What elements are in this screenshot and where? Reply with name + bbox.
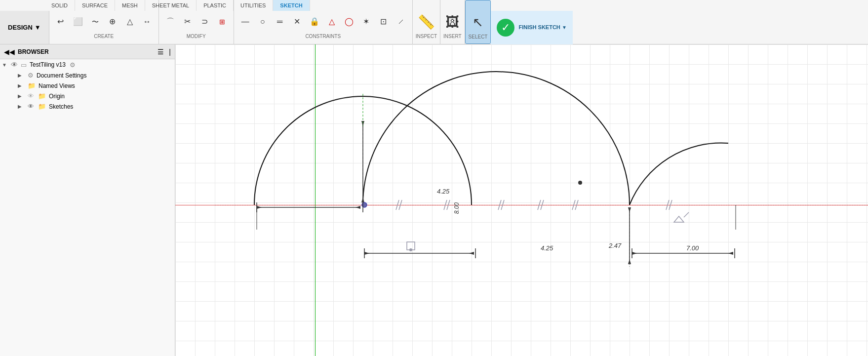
- svg-line-4: [498, 200, 501, 210]
- dimension-icon: ↔: [143, 18, 151, 26]
- constraint-slash-button[interactable]: ⟋: [393, 11, 409, 33]
- tab-sketch[interactable]: SKETCH: [273, 0, 310, 11]
- constraint-slash-icon: ⟋: [397, 18, 405, 26]
- select-cursor-icon: ↖: [473, 15, 483, 30]
- tab-solid[interactable]: SOLID: [44, 0, 75, 11]
- insert-icons: 🖼: [444, 11, 461, 33]
- pattern-tool-button[interactable]: ⊞: [214, 11, 231, 33]
- expand-root-icon: ▼: [2, 62, 9, 68]
- svg-line-1: [399, 200, 402, 210]
- triangle-tool-button[interactable]: △: [121, 11, 138, 33]
- modify-icons: ⌒ ✂ ⊃ ⊞: [162, 11, 231, 33]
- inspect-ruler-button[interactable]: 📏: [418, 11, 434, 33]
- tab-mesh[interactable]: MESH: [115, 0, 145, 11]
- browser-menu-icon[interactable]: ☰: [158, 48, 164, 56]
- finish-sketch-label: FINISH SKETCH ▼: [518, 24, 566, 31]
- dim5-arrow-left: [632, 252, 637, 255]
- dim3-arrow-left: [364, 252, 369, 255]
- constraint-misc1-button[interactable]: ✶: [358, 11, 375, 33]
- browser-panel: ◀◀ BROWSER ☰ | ▼ 👁 ▭ TestTiling v13 ⚙ ▶ …: [0, 44, 175, 356]
- insert-image-button[interactable]: 🖼: [444, 11, 461, 33]
- browser-item-named-views[interactable]: ▶ 📁 Named Views: [0, 80, 175, 91]
- design-label: DESIGN: [8, 24, 33, 31]
- svg-line-5: [501, 200, 504, 210]
- folder-origin-icon: 📁: [38, 92, 46, 100]
- eye-sketches-icon[interactable]: 👁: [28, 103, 34, 110]
- gear-root-icon[interactable]: ⚙: [70, 61, 76, 69]
- svg-line-9: [575, 200, 578, 210]
- constraint-symbol-line: [684, 212, 689, 217]
- spline-tool-button[interactable]: 〜: [87, 11, 104, 33]
- design-button[interactable]: DESIGN ▼: [0, 11, 49, 44]
- browser-item-named-views-label: Named Views: [39, 82, 75, 89]
- line-tool-button[interactable]: ↩: [52, 11, 69, 33]
- create-icons: ↩ ⬜ 〜 ⊕ △ ↔: [52, 11, 156, 33]
- canvas-area[interactable]: 4.25 8.00 4.25 2.47 7.00: [175, 44, 868, 356]
- circle-tool-button[interactable]: ⊕: [104, 11, 121, 33]
- rectangle-tool-button[interactable]: ⬜: [70, 11, 86, 33]
- constraint-bracket-button[interactable]: ⊡: [375, 11, 392, 33]
- browser-pin-icon[interactable]: |: [169, 48, 171, 56]
- sketch-svg: [175, 44, 868, 356]
- constraint-circle-icon: ○: [260, 18, 265, 26]
- constraint-line-button[interactable]: —: [237, 11, 254, 33]
- browser-item-sketches[interactable]: ▶ 👁 📁 Sketches: [0, 101, 175, 112]
- constraint-circle-button[interactable]: ○: [254, 11, 271, 33]
- dim2-label: 8.00: [453, 202, 460, 214]
- constraint-triangle2-icon: △: [329, 18, 335, 26]
- constraint-line-icon: —: [241, 18, 249, 26]
- inspect-section: 📏 INSPECT: [413, 0, 440, 44]
- svg-line-0: [396, 200, 399, 210]
- browser-item-sketches-label: Sketches: [49, 103, 73, 110]
- browser-item-root-label: TestTiling v13: [30, 61, 66, 68]
- browser-item-doc-settings[interactable]: ▶ ⚙ Document Settings: [0, 70, 175, 80]
- browser-item-origin[interactable]: ▶ 👁 📁 Origin: [0, 91, 175, 101]
- gear-doc-settings-icon: ⚙: [28, 72, 34, 79]
- dot-upper-right: [578, 181, 582, 185]
- browser-item-origin-label: Origin: [49, 93, 65, 100]
- offset-tool-button[interactable]: ⊃: [197, 11, 213, 33]
- tab-plastic[interactable]: PLASTIC: [197, 0, 234, 11]
- tabs-row: SOLID SURFACE MESH SHEET METAL PLASTIC U…: [44, 0, 310, 11]
- eye-root-icon[interactable]: 👁: [11, 61, 18, 69]
- constraint-x-button[interactable]: ✕: [289, 11, 306, 33]
- tab-surface[interactable]: SURFACE: [75, 0, 115, 11]
- spline-icon: 〜: [92, 18, 99, 25]
- large-arc-bottom-path: [363, 72, 630, 205]
- constraint-lock-button[interactable]: 🔒: [306, 11, 323, 33]
- expand-origin-icon: ▶: [18, 93, 25, 99]
- fillet-tool-button[interactable]: ⌒: [162, 11, 179, 33]
- finish-sketch-button[interactable]: ✓ FINISH SKETCH ▼: [491, 11, 572, 44]
- svg-line-6: [538, 200, 541, 210]
- constraint-ring-button[interactable]: ◯: [341, 11, 357, 33]
- dim1-label: 4.25: [437, 188, 449, 195]
- insert-image-icon: 🖼: [445, 14, 459, 30]
- dimension-tool-button[interactable]: ↔: [139, 11, 156, 33]
- inspect-label: INSPECT: [416, 34, 437, 39]
- dim5-arrow-right: [728, 252, 733, 255]
- constraint-triangle2-button[interactable]: △: [323, 11, 340, 33]
- browser-collapse-icon[interactable]: ◀◀: [4, 48, 15, 56]
- tab-sheet-metal[interactable]: SHEET METAL: [145, 0, 197, 11]
- doc-root-icon: ▭: [21, 61, 27, 69]
- tab-utilities[interactable]: UTILITIES: [234, 0, 273, 11]
- eye-origin-icon[interactable]: 👁: [28, 92, 34, 100]
- constraint-bracket-icon: ⊡: [380, 18, 387, 26]
- select-section: ↖ SELECT: [465, 0, 491, 44]
- create-label: CREATE: [94, 34, 114, 39]
- browser-item-root[interactable]: ▼ 👁 ▭ TestTiling v13 ⚙: [0, 59, 175, 70]
- dim3-label: 4.25: [541, 244, 553, 252]
- dim1-arrow-right: [355, 206, 360, 209]
- browser-title: BROWSER: [18, 48, 155, 55]
- triangle-icon: △: [127, 18, 133, 26]
- toolbar: SOLID SURFACE MESH SHEET METAL PLASTIC U…: [0, 0, 868, 44]
- inspect-icons: 📏: [418, 11, 434, 33]
- folder-sketches-icon: 📁: [38, 103, 46, 110]
- constraint-equal-button[interactable]: ═: [272, 11, 288, 33]
- select-label: SELECT: [469, 34, 488, 40]
- trim-tool-button[interactable]: ✂: [179, 11, 196, 33]
- select-cursor-button[interactable]: ↖: [470, 11, 486, 33]
- constraint-symbol-right: [674, 216, 684, 222]
- constraint-misc1-icon: ✶: [363, 18, 369, 26]
- line-icon: ↩: [57, 18, 64, 26]
